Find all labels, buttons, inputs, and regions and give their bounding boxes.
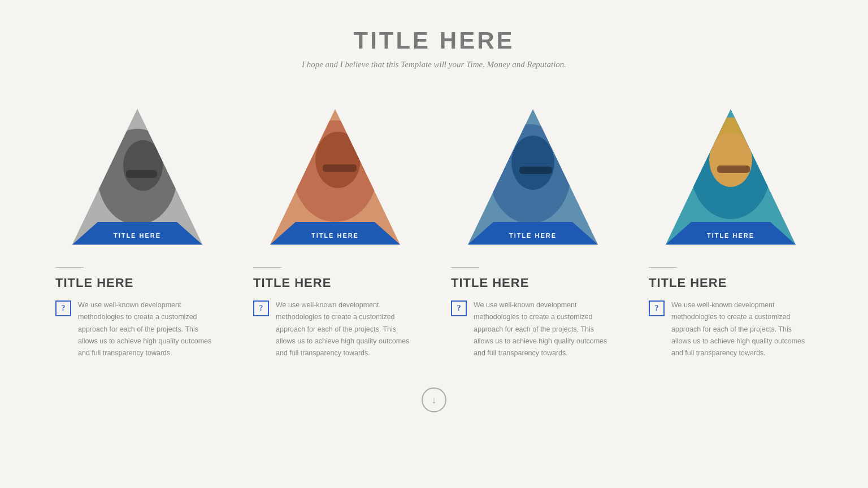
card-2: TITLE HERE TITLE HERE ? We use well-know… bbox=[248, 103, 423, 359]
card-divider-1 bbox=[55, 267, 84, 268]
cards-container: TITLE HERE TITLE HERE ? We use well-know… bbox=[16, 103, 852, 359]
question-icon-3: ? bbox=[457, 304, 461, 313]
card-content-3: TITLE HERE ? We use well-known developme… bbox=[445, 267, 620, 359]
svg-text:TITLE HERE: TITLE HERE bbox=[114, 232, 161, 239]
card-content-2: TITLE HERE ? We use well-known developme… bbox=[248, 267, 423, 359]
triangle-figure-4: TITLE HERE bbox=[663, 103, 798, 250]
page-header: TITLE HERE I hope and I believe that thi… bbox=[302, 27, 566, 69]
card-icon-4: ? bbox=[649, 300, 665, 316]
card-text-2: We use well-known development methodolog… bbox=[276, 299, 417, 359]
card-icon-1: ? bbox=[55, 300, 71, 316]
card-text-3: We use well-known development methodolog… bbox=[474, 299, 615, 359]
card-text-4: We use well-known development methodolog… bbox=[671, 299, 813, 359]
card-body-2: ? We use well-known development methodol… bbox=[253, 299, 417, 359]
down-arrow-icon: ↓ bbox=[432, 395, 437, 405]
triangle-figure-2: TITLE HERE bbox=[267, 103, 403, 250]
svg-point-26 bbox=[709, 133, 752, 187]
card-icon-3: ? bbox=[451, 300, 467, 316]
page-title: TITLE HERE bbox=[302, 27, 566, 54]
card-title-1: TITLE HERE bbox=[55, 276, 219, 290]
triangle-figure-1: TITLE HERE bbox=[70, 103, 205, 250]
svg-text:TITLE HERE: TITLE HERE bbox=[311, 232, 359, 239]
question-icon-2: ? bbox=[259, 304, 263, 313]
card-divider-3 bbox=[451, 267, 479, 268]
card-4: TITLE HERE TITLE HERE ? We use well-know… bbox=[643, 103, 818, 359]
card-title-4: TITLE HERE bbox=[649, 276, 813, 290]
svg-rect-27 bbox=[717, 165, 750, 173]
question-icon-4: ? bbox=[655, 304, 659, 313]
card-content-4: TITLE HERE ? We use well-known developme… bbox=[643, 267, 818, 359]
card-body-4: ? We use well-known development methodol… bbox=[649, 299, 813, 359]
page-subtitle: I hope and I believe that this Template … bbox=[302, 60, 566, 69]
card-title-2: TITLE HERE bbox=[253, 276, 417, 290]
svg-point-3 bbox=[123, 140, 163, 191]
svg-point-11 bbox=[315, 132, 361, 188]
svg-text:TITLE HERE: TITLE HERE bbox=[707, 232, 754, 239]
card-3: TITLE HERE TITLE HERE ? We use well-know… bbox=[445, 103, 620, 359]
question-icon-1: ? bbox=[62, 304, 66, 313]
svg-text:TITLE HERE: TITLE HERE bbox=[509, 232, 557, 239]
card-body-3: ? We use well-known development methodol… bbox=[451, 299, 615, 359]
svg-rect-12 bbox=[323, 164, 357, 172]
card-divider-4 bbox=[649, 267, 677, 268]
card-1: TITLE HERE TITLE HERE ? We use well-know… bbox=[50, 103, 225, 359]
card-title-3: TITLE HERE bbox=[451, 276, 615, 290]
triangle-figure-3: TITLE HERE bbox=[465, 103, 601, 250]
svg-rect-4 bbox=[126, 170, 157, 178]
svg-point-18 bbox=[511, 136, 554, 190]
card-icon-2: ? bbox=[253, 300, 269, 316]
card-content-1: TITLE HERE ? We use well-known developme… bbox=[50, 267, 225, 359]
card-body-1: ? We use well-known development methodol… bbox=[55, 299, 219, 359]
svg-rect-19 bbox=[519, 167, 552, 174]
bottom-arrow-button[interactable]: ↓ bbox=[422, 387, 446, 412]
card-text-1: We use well-known development methodolog… bbox=[78, 299, 219, 359]
card-divider-2 bbox=[253, 267, 281, 268]
